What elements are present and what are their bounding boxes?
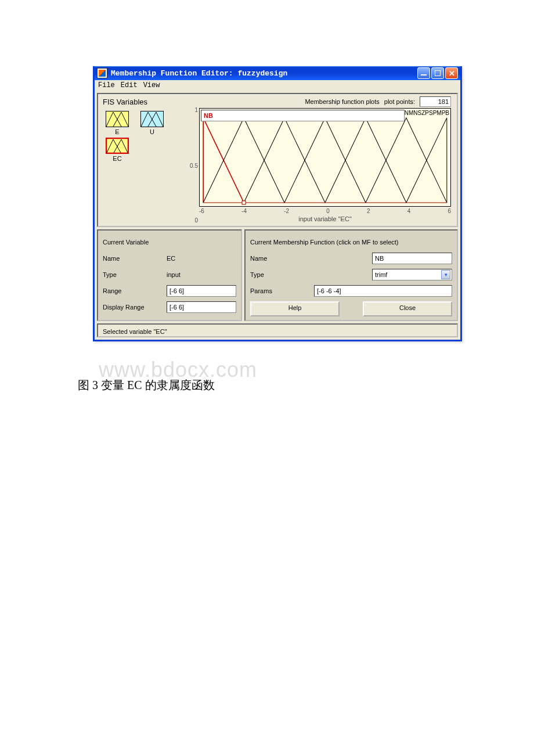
minimize-icon	[421, 74, 427, 75]
trapezoid-input-icon	[106, 111, 129, 127]
svg-rect-2	[106, 138, 128, 153]
cv-drange-input[interactable]: [-6 6]	[167, 301, 236, 313]
mf-series-labels: NB NM NS Z PS PM PB	[200, 110, 450, 121]
fis-variables-panel: FIS Variables E	[98, 94, 186, 226]
current-variable-panel: Current Variable Name EC Type input Rang…	[97, 229, 242, 321]
mf-params-label: Params	[250, 287, 314, 294]
membership-function-plot[interactable]: NB NM NS Z PS PM PB	[199, 108, 451, 207]
plot-points-input[interactable]: 181	[420, 96, 451, 107]
current-mf-heading: Current Membership Function (click on MF…	[250, 239, 399, 246]
mf-name-input[interactable]: NB	[372, 253, 452, 264]
fis-var-EC[interactable]: EC	[106, 138, 129, 162]
window-title: Membership Function Editor: fuzzydesign	[111, 69, 416, 78]
statusbar: Selected variable "EC"	[97, 323, 458, 337]
cv-range-label: Range	[103, 287, 167, 294]
cv-name-value: EC	[167, 255, 175, 262]
mf-name-label: Name	[250, 255, 314, 262]
mf-params-input[interactable]: [-6 -6 -4]	[314, 285, 452, 297]
figure-caption: 图 3 变量 EC 的隶属度函数	[78, 377, 215, 393]
cv-range-input[interactable]: [-6 6]	[167, 285, 236, 297]
mf-type-label: Type	[250, 271, 314, 278]
menu-file[interactable]: File	[98, 81, 115, 89]
plot-header-label: Membership function plots	[305, 98, 379, 105]
mf-type-select[interactable]: trimf ▾	[372, 269, 452, 280]
mf-chart-svg	[200, 109, 450, 206]
plot-panel: Membership function plots plot points: 1…	[186, 94, 457, 226]
status-text: Selected variable "EC"	[103, 328, 167, 335]
trapezoid-output-icon	[140, 111, 164, 127]
membership-function-editor-window: Membership Function Editor: fuzzydesign …	[93, 66, 462, 341]
close-button[interactable]: ✕	[445, 67, 458, 79]
fis-var-E-label: E	[106, 128, 129, 135]
cv-drange-label: Display Range	[103, 304, 167, 311]
menu-edit[interactable]: Edit	[121, 81, 138, 89]
plot-xlabel: input variable "EC"	[199, 215, 451, 222]
trapezoid-input-selected-icon	[106, 138, 129, 154]
current-variable-heading: Current Variable	[103, 239, 149, 246]
cv-name-label: Name	[103, 255, 167, 262]
minimize-button[interactable]	[417, 67, 430, 79]
close-icon: ✕	[449, 70, 455, 77]
cv-type-value: input	[167, 271, 181, 278]
close-button-panel[interactable]: Close	[363, 301, 452, 316]
maximize-icon	[435, 70, 441, 76]
fis-var-EC-label: EC	[106, 155, 129, 162]
plot-points-label: plot points:	[384, 98, 415, 105]
fis-var-E[interactable]: E	[106, 111, 129, 135]
matlab-app-icon	[97, 68, 107, 78]
help-button[interactable]: Help	[250, 301, 340, 316]
titlebar[interactable]: Membership Function Editor: fuzzydesign …	[95, 66, 460, 80]
menu-view[interactable]: View	[143, 81, 160, 89]
current-mf-panel: Current Membership Function (click on MF…	[244, 229, 458, 321]
upper-panel: FIS Variables E	[97, 93, 458, 227]
x-axis-ticks: -6 -4 -2 0 2 4 6	[199, 207, 451, 214]
lower-panels: Current Variable Name EC Type input Rang…	[97, 229, 458, 321]
svg-rect-4	[242, 201, 246, 204]
chevron-down-icon: ▾	[441, 270, 450, 279]
fis-var-U[interactable]: U	[140, 111, 164, 135]
cv-type-label: Type	[103, 271, 167, 278]
menubar: File Edit View	[95, 80, 460, 91]
fis-variables-heading: FIS Variables	[103, 98, 184, 106]
fis-var-U-label: U	[140, 128, 164, 135]
maximize-button[interactable]	[431, 67, 444, 79]
y-axis-ticks: 1 0.5 0	[186, 108, 198, 222]
